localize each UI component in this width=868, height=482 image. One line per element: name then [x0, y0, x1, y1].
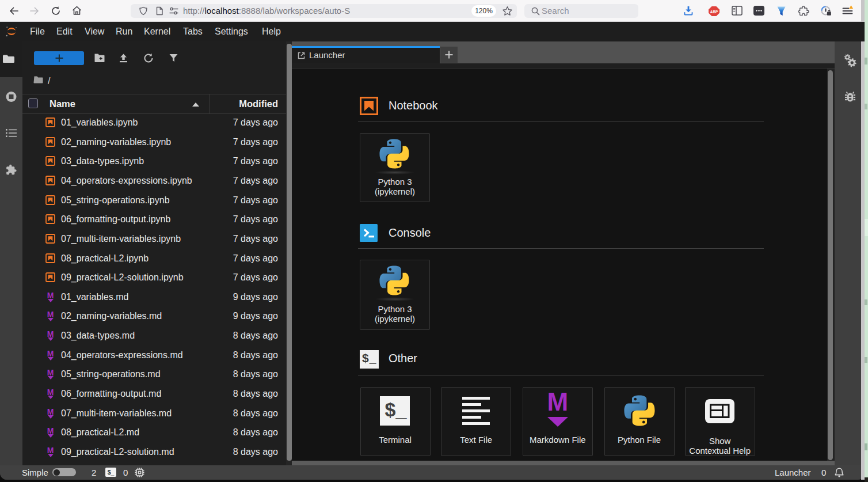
svg-text:ABP: ABP	[710, 10, 718, 14]
